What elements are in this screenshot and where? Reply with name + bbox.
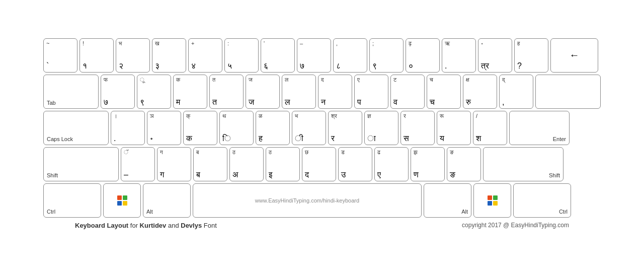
row-3: Caps Lock । . ञ ॰ क् क थ ि ळ ह भ ी श्र र — [43, 111, 601, 145]
key-quote[interactable]: / श — [473, 111, 507, 145]
key-equals[interactable]: ॰ त्र — [478, 38, 512, 73]
key-5[interactable]: : ५ — [224, 38, 259, 73]
key-0[interactable]: ढ़ ० — [406, 38, 440, 73]
windows-icon-left — [117, 195, 127, 206]
key-9[interactable]: ; ९ — [369, 38, 404, 73]
key-c[interactable]: ब ब — [193, 147, 227, 181]
key-7[interactable]: – ७ — [297, 38, 331, 73]
key-2[interactable]: भ २ — [116, 38, 150, 73]
key-6[interactable]: ' ६ — [261, 38, 295, 73]
key-semicolon[interactable]: रू य — [437, 111, 471, 145]
key-comma[interactable]: ढ ए — [374, 147, 409, 181]
key-period[interactable]: झ ण — [411, 147, 445, 181]
key-p[interactable]: च च — [427, 75, 461, 109]
keyboard-footer: Keyboard Layout for Kurtidev and Devlys … — [43, 222, 601, 229]
footer-bold-text: Keyboard Layout — [75, 222, 128, 229]
shift-right-key[interactable]: Shift — [483, 147, 564, 181]
ctrl-left-key[interactable]: Ctrl — [43, 183, 101, 218]
enter-key[interactable]: Enter — [509, 111, 570, 145]
key-d[interactable]: क् क — [183, 111, 217, 145]
key-m[interactable]: ड उ — [338, 147, 372, 181]
key-l[interactable]: र स — [400, 111, 435, 145]
key-f[interactable]: थ ि — [219, 111, 254, 145]
key-k[interactable]: ज्ञ ा — [364, 111, 398, 145]
windows-icon-right — [488, 195, 498, 206]
key-minus[interactable]: ऋ . — [442, 38, 476, 73]
key-i[interactable]: ए प — [354, 75, 388, 109]
key-v[interactable]: ठ अ — [229, 147, 264, 181]
key-a[interactable]: । . — [111, 111, 145, 145]
alt-left-key[interactable]: Alt — [143, 183, 191, 218]
backspace-key[interactable]: ← — [550, 38, 598, 73]
key-y[interactable]: ल ल — [282, 75, 316, 109]
row-2: Tab फ ७ ू ९ क म त त ज ज ल ल द न — [43, 75, 601, 109]
row-1: ~ ` ! १ भ २ ख ३ + ४ : ५ ' ६ – ७ — [43, 38, 601, 73]
key-g[interactable]: ळ ह — [256, 111, 290, 145]
key-3[interactable]: ख ३ — [152, 38, 186, 73]
ctrl-right-key[interactable]: Ctrl — [513, 183, 571, 218]
keyboard-container: ~ ` ! १ भ २ ख ३ + ४ : ५ ' ६ – ७ — [33, 28, 611, 239]
key-close-bracket[interactable]: द् , — [499, 75, 533, 109]
key-o[interactable]: ट व — [390, 75, 425, 109]
win-left-key[interactable] — [103, 183, 141, 218]
key-x[interactable]: ग ग — [157, 147, 191, 181]
font-name-devlys: Devlys — [181, 222, 202, 229]
key-u[interactable]: द न — [318, 75, 352, 109]
key-b[interactable]: ठ इ — [266, 147, 300, 181]
key-h[interactable]: भ ी — [292, 111, 326, 145]
space-key[interactable]: www.EasyHindiTyping.com/hindi-keyboard — [193, 183, 422, 218]
key-z[interactable]: ॅ – — [121, 147, 155, 181]
key-8[interactable]: , ८ — [333, 38, 367, 73]
key-j[interactable]: श्र र — [328, 111, 362, 145]
enter-top[interactable] — [535, 75, 601, 109]
key-1[interactable]: ! १ — [79, 38, 114, 73]
footer-left-text: Keyboard Layout for Kurtidev and Devlys … — [75, 222, 217, 229]
key-r[interactable]: त त — [209, 75, 244, 109]
key-s[interactable]: ञ ॰ — [147, 111, 181, 145]
font-name-kurtidev: Kurtidev — [140, 222, 167, 229]
key-w[interactable]: ू ९ — [137, 75, 171, 109]
key-e[interactable]: क म — [173, 75, 207, 109]
key-open-bracket[interactable]: क्ष रु — [463, 75, 497, 109]
key-bracket[interactable]: ह ? — [514, 38, 548, 73]
row-4: Shift ॅ – ग ग ब ब ठ अ ठ इ छ द ड उ — [43, 147, 601, 181]
key-backtick[interactable]: ~ ` — [43, 38, 77, 73]
footer-right-text: copyright 2017 @ EasyHindiTyping.com — [462, 222, 569, 229]
shift-left-key[interactable]: Shift — [43, 147, 119, 181]
key-q[interactable]: फ ७ — [101, 75, 135, 109]
row-5: Ctrl Alt www.EasyHindiTyping.com/hindi-k… — [43, 183, 601, 218]
key-t[interactable]: ज ज — [246, 75, 280, 109]
key-4[interactable]: + ४ — [188, 38, 222, 73]
tab-key[interactable]: Tab — [43, 75, 99, 109]
caps-lock-key[interactable]: Caps Lock — [43, 111, 109, 145]
key-n[interactable]: छ द — [302, 147, 336, 181]
key-slash[interactable]: ङ ङ — [447, 147, 481, 181]
win-right-key[interactable] — [473, 183, 511, 218]
alt-right-key[interactable]: Alt — [424, 183, 471, 218]
